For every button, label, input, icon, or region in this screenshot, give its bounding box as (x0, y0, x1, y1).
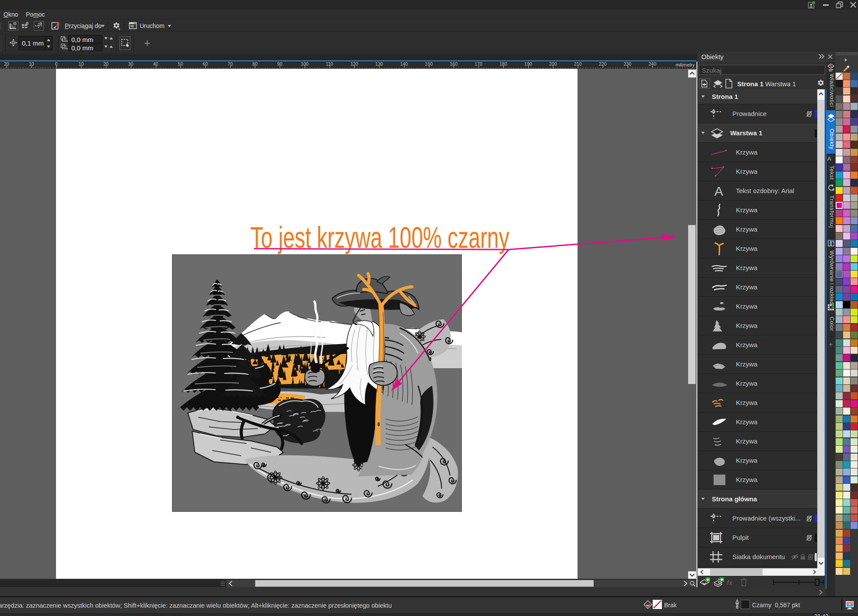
svg-text:A: A (714, 184, 723, 197)
